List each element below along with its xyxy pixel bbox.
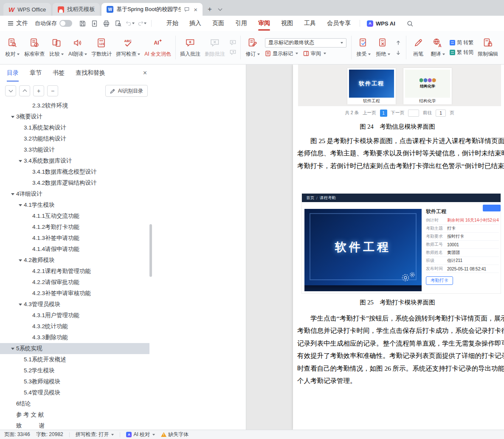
ribbon-tab[interactable]: 开始 xyxy=(161,16,184,31)
ribbon-tab[interactable]: 引用 xyxy=(230,16,253,31)
redo-button[interactable] xyxy=(136,18,148,29)
review-pane-button[interactable]: 审阅 xyxy=(303,50,326,57)
outline-item[interactable]: 4.2.2请假审批功能 xyxy=(0,277,149,288)
track-changes-button[interactable]: 修订 xyxy=(243,34,262,61)
previous-comment-icon[interactable] xyxy=(228,39,237,46)
outline-item[interactable]: 3.3功能设计 xyxy=(0,144,149,155)
next-comment-icon[interactable] xyxy=(228,49,237,56)
undo-button[interactable] xyxy=(124,18,136,29)
collapse-arrow-icon[interactable] xyxy=(17,304,24,306)
accept-change-button[interactable]: 接受 xyxy=(354,34,373,61)
sidebar-tab[interactable]: 查找和替换 xyxy=(76,65,105,82)
ai-read-aloud-button[interactable]: AI朗读 xyxy=(66,34,89,61)
autosave-control[interactable]: 自动保存 xyxy=(35,20,72,27)
outline-item[interactable]: 致 谢 xyxy=(0,420,149,430)
document-canvas[interactable]: 软件工程 软件工程 结构化学 结构化学 共 2 条 上一页 xyxy=(246,65,504,430)
expand-all-button[interactable]: + xyxy=(33,85,44,96)
outline-item[interactable]: 3.4.1数据库概念模型设计 xyxy=(0,166,149,177)
traditional-to-simplified-button[interactable]: 繁 转简 xyxy=(450,49,473,56)
page-indicator[interactable]: 页面: 33/46 xyxy=(4,431,30,438)
collapse-level-button[interactable] xyxy=(19,85,30,96)
tab-docer-templates[interactable]: 找稻壳模板 xyxy=(53,3,100,16)
missing-font-warning[interactable]: ! 缺失字体 xyxy=(161,431,189,438)
ribbon-tab[interactable]: 审阅 xyxy=(253,16,276,31)
sidebar-scrollbar-thumb[interactable] xyxy=(149,224,152,277)
word-count-button[interactable]: 123 字数统计 xyxy=(89,34,114,61)
outline-item[interactable]: 5.3教师端模块 xyxy=(0,376,149,387)
collapse-arrow-icon[interactable] xyxy=(9,193,16,195)
save-button[interactable] xyxy=(76,18,88,29)
outline-item[interactable]: 4.3管理员模块 xyxy=(0,299,149,310)
collapse-arrow-icon[interactable] xyxy=(9,116,16,118)
export-pdf-button[interactable] xyxy=(88,18,100,29)
show-markup-button[interactable]: 显示标记 xyxy=(265,50,298,57)
outline-item[interactable]: 4.2.3补签申请审核功能 xyxy=(0,288,149,299)
spell-check-button[interactable]: ABC 拼写检查 xyxy=(114,34,142,61)
translate-button[interactable]: A 翻译 xyxy=(428,34,448,61)
reject-change-button[interactable]: 拒绝 xyxy=(373,34,393,61)
outline-item[interactable]: 4.1.3补签申请功能 xyxy=(0,233,149,244)
collapse-all-button[interactable]: − xyxy=(47,85,58,96)
comment-bubble-icon[interactable] xyxy=(184,6,190,12)
wps-ai-button[interactable]: A WPS AI xyxy=(363,20,399,27)
outline-item[interactable]: 参 考 文 献 xyxy=(0,409,149,420)
ribbon-tab[interactable]: 插入 xyxy=(184,16,207,31)
current-page-badge[interactable]: 1 xyxy=(380,110,387,117)
new-tab-button[interactable]: + xyxy=(204,3,215,16)
previous-revision-icon[interactable] xyxy=(394,39,403,46)
page-size-box[interactable] xyxy=(408,110,419,117)
tab-list-dropdown-icon[interactable] xyxy=(215,3,225,16)
sidebar-tab[interactable]: 章节 xyxy=(30,65,42,82)
ribbon-tab[interactable]: 视图 xyxy=(276,16,298,31)
close-sidebar-icon[interactable]: × xyxy=(143,69,147,77)
outline-item[interactable]: 2.3.2软件环境 xyxy=(0,100,149,111)
outline-item[interactable]: 5.1系统开发概述 xyxy=(0,354,149,365)
outline-item[interactable]: 6结论 xyxy=(0,398,149,409)
compare-button[interactable]: 比较 xyxy=(47,34,66,61)
spell-check-status[interactable]: 拼写检查: 打开 xyxy=(76,431,114,438)
autosave-toggle[interactable] xyxy=(59,20,72,27)
outline-item[interactable]: 4.2.1课程考勤管理功能 xyxy=(0,266,149,277)
ai-recognize-toc-button[interactable]: AI识别目录 xyxy=(105,85,148,97)
ink-brush-button[interactable]: 画笔 xyxy=(408,34,428,61)
prev-page-button[interactable]: 上一页 xyxy=(363,110,376,116)
collapse-arrow-icon[interactable] xyxy=(17,160,24,162)
outline-item[interactable]: 4详细设计 xyxy=(0,189,149,200)
search-icon[interactable] xyxy=(406,20,414,27)
delete-comment-button[interactable]: 删除批注 xyxy=(203,34,227,61)
outline-item[interactable]: 4.3.3删除功能 xyxy=(0,332,149,343)
tab-document[interactable]: W 基于Spring Boot的校园学生 × xyxy=(101,3,203,16)
outline-item[interactable]: 4.1.4请假申请功能 xyxy=(0,244,149,255)
simplified-to-traditional-button[interactable]: 简 转繁 xyxy=(450,39,473,46)
collapse-arrow-icon[interactable] xyxy=(17,204,24,206)
expand-level-button[interactable] xyxy=(5,85,16,96)
outline-item[interactable]: 4.2教师模块 xyxy=(0,255,149,266)
outline-item[interactable]: 4.3.1用户管理功能 xyxy=(0,310,149,321)
goto-page-input[interactable]: 1 xyxy=(436,110,446,117)
word-count[interactable]: 字数: 20982 xyxy=(36,431,63,438)
file-menu-button[interactable]: 文件 xyxy=(5,20,31,27)
next-revision-icon[interactable] xyxy=(394,49,403,56)
outline-item[interactable]: 3.4.2数据库逻辑结构设计 xyxy=(0,177,149,189)
outline-item[interactable]: 5.2学生模块 xyxy=(0,365,149,376)
outline-item[interactable]: 3.4系统数据库设计 xyxy=(0,155,149,166)
close-tab-icon[interactable]: × xyxy=(194,6,197,13)
outline-item[interactable]: 4.1.2考勤打卡功能 xyxy=(0,222,149,233)
tab-wps-office[interactable]: W WPS Office xyxy=(3,3,51,16)
outline-item[interactable]: 3.2功能结构设计 xyxy=(0,133,149,144)
outline-item[interactable]: 5系统实现 xyxy=(0,343,149,354)
ai-proofread-status[interactable]: A AI 校对 xyxy=(126,431,155,438)
print-preview-button[interactable] xyxy=(112,18,124,29)
ribbon-tab[interactable]: 页面 xyxy=(207,16,230,31)
outline-item[interactable]: 3.1系统架构设计 xyxy=(0,122,149,133)
outline-item[interactable]: 4.3.2统计功能 xyxy=(0,321,149,332)
sidebar-tab[interactable]: 书签 xyxy=(53,65,65,82)
collapse-arrow-icon[interactable] xyxy=(9,348,16,350)
restrict-editing-button[interactable]: 限制编辑 xyxy=(476,34,500,61)
outline-item[interactable]: 4.1.1互动交流功能 xyxy=(0,211,149,222)
ribbon-tab[interactable]: 工具 xyxy=(298,16,321,31)
ai-polish-button[interactable]: AI AI 全文润色 xyxy=(142,34,173,61)
collapse-arrow-icon[interactable] xyxy=(17,259,24,262)
markup-state-select[interactable]: 显示标记的最终状态 xyxy=(265,38,346,48)
proofread-button[interactable]: 校对 xyxy=(3,34,22,61)
